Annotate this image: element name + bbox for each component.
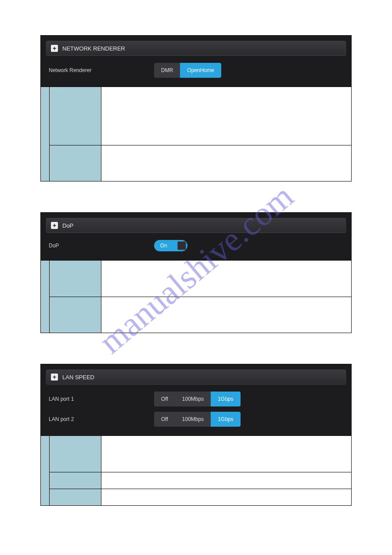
- description-table-2: [40, 261, 352, 333]
- label-lan-port-1: LAN port 1: [49, 396, 154, 402]
- plus-icon: +: [51, 222, 58, 229]
- dop-toggle[interactable]: On: [154, 240, 187, 251]
- table-row-span-cell: [41, 261, 50, 333]
- table-cell-left: [50, 145, 101, 181]
- table-row: [50, 261, 351, 297]
- section-title: DoP: [62, 222, 73, 229]
- section-header-lan-speed[interactable]: + LAN SPEED: [46, 370, 346, 385]
- table-cell-left: [50, 261, 101, 297]
- panel-lan-speed: + LAN SPEED LAN port 1 Off 100Mbps 1Gbps…: [40, 364, 352, 436]
- table-row-span-cell: [41, 87, 50, 181]
- row-lan-port-1: LAN port 1 Off 100Mbps 1Gbps: [46, 390, 346, 410]
- panel-dop: + DoP DoP On: [40, 212, 352, 261]
- btn-group-network-renderer: DMR OpenHome: [154, 63, 221, 78]
- table-cell-left: [50, 489, 101, 505]
- row-network-renderer: Network Renderer DMR OpenHome: [46, 61, 346, 81]
- table-cell-body: [101, 261, 351, 297]
- description-table-3: [40, 436, 352, 506]
- toggle-on-label: On: [160, 243, 167, 249]
- table-row: [50, 297, 351, 333]
- table-cell-body: [101, 436, 351, 472]
- plus-icon: +: [51, 45, 58, 52]
- btn-group-lan-port-2: Off 100Mbps 1Gbps: [154, 412, 241, 427]
- dmr-button[interactable]: DMR: [154, 63, 180, 78]
- table-cell-left: [50, 472, 101, 489]
- table-row: [50, 489, 351, 505]
- table-cell-body: [101, 472, 351, 489]
- toggle-knob: [177, 241, 186, 250]
- table-cell-left: [50, 297, 101, 333]
- panel-network-renderer: + NETWORK RENDERER Network Renderer DMR …: [40, 35, 352, 87]
- lan2-1g-button[interactable]: 1Gbps: [211, 412, 240, 427]
- row-dop: DoP On: [46, 238, 346, 255]
- table-row: [50, 472, 351, 489]
- description-table-1: [40, 87, 352, 181]
- table-row: [50, 87, 351, 145]
- table-cell-body: [101, 145, 351, 181]
- lan1-1g-button[interactable]: 1Gbps: [211, 392, 240, 406]
- label-lan-port-2: LAN port 2: [49, 416, 154, 422]
- btn-group-lan-port-1: Off 100Mbps 1Gbps: [154, 392, 241, 406]
- table-cell-body: [101, 489, 351, 505]
- openhome-button[interactable]: OpenHome: [180, 63, 221, 78]
- table-row: [50, 436, 351, 472]
- section-title: LAN SPEED: [62, 374, 94, 381]
- table-cell-left: [50, 87, 101, 145]
- section-header-dop[interactable]: + DoP: [46, 218, 346, 233]
- lan1-off-button[interactable]: Off: [154, 392, 175, 406]
- table-cell-body: [101, 297, 351, 333]
- lan2-100m-button[interactable]: 100Mbps: [175, 412, 211, 427]
- plus-icon: +: [51, 374, 58, 381]
- table-cell-body: [101, 87, 351, 145]
- section-header-network-renderer[interactable]: + NETWORK RENDERER: [46, 41, 346, 56]
- table-cell-left: [50, 436, 101, 472]
- row-lan-port-2: LAN port 2 Off 100Mbps 1Gbps: [46, 410, 346, 430]
- lan2-off-button[interactable]: Off: [154, 412, 175, 427]
- section-title: NETWORK RENDERER: [62, 45, 125, 52]
- lan1-100m-button[interactable]: 100Mbps: [175, 392, 211, 406]
- table-row-span-cell: [41, 436, 50, 505]
- table-row: [50, 145, 351, 181]
- label-dop: DoP: [49, 243, 154, 249]
- label-network-renderer: Network Renderer: [49, 67, 154, 73]
